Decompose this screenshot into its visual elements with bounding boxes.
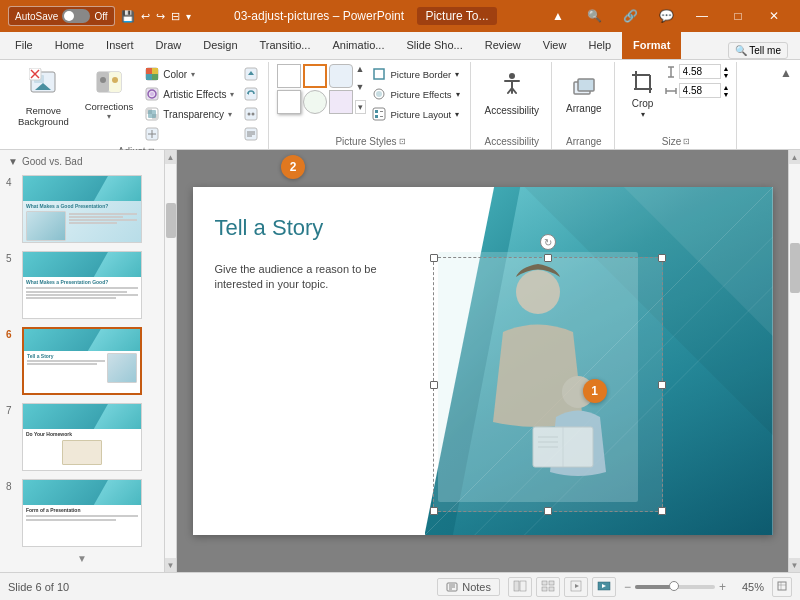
picture-styles-expand-icon[interactable]: ⊡ [399, 137, 406, 146]
fit-slide-button[interactable] [772, 577, 792, 597]
tab-animations[interactable]: Animatio... [321, 31, 395, 59]
scroll-down-styles[interactable]: ▼ [355, 82, 366, 92]
slide-img-4[interactable]: What Makes a Good Presentation? [22, 175, 142, 243]
slide-thumb-6[interactable]: 6 Tell a Story [4, 325, 160, 397]
handle-middle-left[interactable] [430, 381, 438, 389]
zoom-level[interactable]: 45% [734, 581, 764, 593]
workspace-scroll-thumb[interactable] [790, 243, 800, 293]
corrections-dropdown-arrow[interactable]: ▾ [107, 112, 111, 122]
style-swatch-6[interactable] [329, 90, 353, 114]
tab-design[interactable]: Design [192, 31, 248, 59]
tab-file[interactable]: File [4, 31, 44, 59]
transparency-button[interactable]: Transparency ▾ [141, 104, 238, 124]
autosave-toggle[interactable]: AutoSave Off [8, 6, 115, 26]
slide-thumb-5[interactable]: 5 What Makes a Presentation Good? [4, 249, 160, 321]
picture-effects-button[interactable]: Picture Effects ▾ [368, 84, 463, 104]
handle-middle-right[interactable] [658, 381, 666, 389]
color-dropdown-arrow[interactable]: ▾ [191, 70, 195, 79]
slide-scroll-down-btn[interactable]: ▼ [165, 558, 176, 572]
reading-view-button[interactable] [564, 577, 588, 597]
style-swatch-2[interactable] [303, 64, 327, 88]
picture-layout-dropdown[interactable]: ▾ [455, 110, 459, 119]
collapse-ribbon-button[interactable]: ▲ [540, 0, 576, 32]
artistic-effects-button[interactable]: Artistic Effects ▾ [141, 84, 238, 104]
compress-button[interactable] [141, 124, 238, 144]
scroll-up-styles[interactable]: ▲ [355, 64, 366, 74]
handle-bottom-middle[interactable] [544, 507, 552, 515]
workspace-scroll-up[interactable]: ▲ [789, 150, 800, 164]
undo-icon[interactable]: ↩ [141, 10, 150, 23]
tab-slideshow[interactable]: Slide Sho... [395, 31, 473, 59]
slide-thumb-7[interactable]: 7 Do Your Homework [4, 401, 160, 473]
style-swatch-3[interactable] [329, 64, 353, 88]
tab-help[interactable]: Help [577, 31, 622, 59]
redo-icon[interactable]: ↪ [156, 10, 165, 23]
picture-layout-button[interactable]: Picture Layout ▾ [368, 104, 463, 124]
zoom-track[interactable] [635, 585, 715, 589]
tab-review[interactable]: Review [474, 31, 532, 59]
color-button[interactable]: Color ▾ [141, 64, 238, 84]
handle-top-right[interactable] [658, 254, 666, 262]
height-down[interactable]: ▼ [723, 72, 730, 79]
collapse-panel-icon[interactable]: ▼ [8, 156, 18, 167]
handle-bottom-right[interactable] [658, 507, 666, 515]
slide-thumb-4[interactable]: 4 What Makes a Good Presentation? [4, 173, 160, 245]
height-input[interactable] [679, 64, 721, 79]
window-controls[interactable]: ▲ 🔍 🔗 💬 — □ ✕ [540, 0, 792, 32]
slide-img-8[interactable]: Form of a Presentation [22, 479, 142, 547]
format-picture-button[interactable] [240, 104, 262, 124]
zoom-in-icon[interactable]: + [719, 580, 726, 594]
ribbon-collapse-button[interactable]: ▲ [780, 66, 792, 80]
grid-view-button[interactable] [536, 577, 560, 597]
tab-draw[interactable]: Draw [145, 31, 193, 59]
width-spinners[interactable]: ▲ ▼ [723, 84, 730, 98]
height-spinners[interactable]: ▲ ▼ [723, 65, 730, 79]
slides-panel-scrollbar[interactable]: ▲ ▼ [165, 150, 177, 572]
reset-picture-button[interactable] [240, 84, 262, 104]
corrections-button[interactable]: Corrections ▾ [79, 64, 140, 132]
style-swatch-5[interactable] [303, 90, 327, 114]
width-input[interactable] [679, 83, 721, 98]
minimize-button[interactable]: — [684, 0, 720, 32]
zoom-out-icon[interactable]: − [624, 580, 631, 594]
tab-insert[interactable]: Insert [95, 31, 145, 59]
height-up[interactable]: ▲ [723, 65, 730, 72]
slide-scroll-up-btn[interactable]: ▲ [165, 150, 176, 164]
picture-effects-dropdown[interactable]: ▾ [456, 90, 460, 99]
width-down[interactable]: ▼ [723, 91, 730, 98]
style-swatch-4[interactable] [277, 90, 301, 114]
save-icon[interactable]: 💾 [121, 10, 135, 23]
width-up[interactable]: ▲ [723, 84, 730, 91]
maximize-button[interactable]: □ [720, 0, 756, 32]
more-styles[interactable]: ▾ [355, 100, 366, 114]
picture-border-button[interactable]: Picture Border ▾ [368, 64, 463, 84]
slide-img-6[interactable]: Tell a Story [22, 327, 142, 395]
comments-button[interactable]: 💬 [648, 0, 684, 32]
workspace-scrollbar[interactable]: ▲ ▼ [788, 150, 800, 572]
tab-view[interactable]: View [532, 31, 578, 59]
share-button[interactable]: 🔗 [612, 0, 648, 32]
tab-home[interactable]: Home [44, 31, 95, 59]
remove-background-button[interactable]: Remove Background [10, 64, 77, 132]
size-expand-icon[interactable]: ⊡ [683, 137, 690, 146]
artistic-effects-dropdown-arrow[interactable]: ▾ [230, 90, 234, 99]
transparency-dropdown-arrow[interactable]: ▾ [228, 110, 232, 119]
close-button[interactable]: ✕ [756, 0, 792, 32]
handle-bottom-left[interactable] [430, 507, 438, 515]
arrange-button[interactable]: Arrange [560, 64, 608, 124]
image-selection-box[interactable]: ↻ [433, 257, 663, 512]
slide-img-5[interactable]: What Makes a Presentation Good? [22, 251, 142, 319]
autosave-toggle-switch[interactable] [62, 9, 90, 23]
alt-text-button[interactable] [240, 124, 262, 144]
search-button[interactable]: 🔍 [576, 0, 612, 32]
slideshow-view-button[interactable] [592, 577, 616, 597]
rotation-handle[interactable]: ↻ [540, 234, 556, 250]
presentation-icon[interactable]: ⊟ [171, 10, 180, 23]
handle-top-left[interactable] [430, 254, 438, 262]
crop-button[interactable]: Crop ▾ [623, 64, 663, 124]
tell-me-input[interactable]: 🔍 NotesTell me [728, 42, 788, 59]
picture-border-dropdown[interactable]: ▾ [455, 70, 459, 79]
handle-top-middle[interactable] [544, 254, 552, 262]
crop-dropdown-arrow[interactable]: ▾ [641, 110, 645, 120]
notes-button[interactable]: Notes [437, 578, 500, 596]
